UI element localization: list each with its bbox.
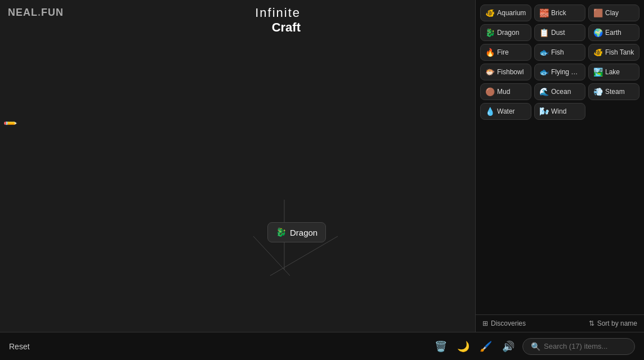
item-label-steam: Steam bbox=[605, 88, 625, 96]
volume-button[interactable]: 🔊 bbox=[500, 338, 517, 355]
item-label-earth: Earth bbox=[605, 29, 621, 37]
item-label-fishbowl: Fishbowl bbox=[497, 68, 524, 76]
items-grid: 🐠Aquarium🧱Brick🟫Clay🐉Dragon📋Dust🌍Earth🔥F… bbox=[476, 0, 644, 314]
sort-button[interactable]: ⇅ Sort by name bbox=[589, 320, 637, 327]
item-chip-fish-tank[interactable]: 🐠Fish Tank bbox=[588, 44, 639, 61]
canvas-dragon-element[interactable]: 🐉 Dragon bbox=[267, 222, 326, 242]
item-label-fire: Fire bbox=[497, 48, 509, 56]
item-label-dragon: Dragon bbox=[497, 29, 519, 37]
item-emoji-aquarium: 🐠 bbox=[485, 8, 495, 17]
item-emoji-steam: 💨 bbox=[593, 87, 603, 96]
logo-text: NEAL.FUN bbox=[8, 7, 64, 18]
sort-icon: ⇅ bbox=[589, 320, 594, 327]
item-label-mud: Mud bbox=[497, 88, 510, 96]
moon-button[interactable]: 🌙 bbox=[455, 338, 472, 355]
game-title-line2: Craft bbox=[255, 20, 301, 35]
item-chip-earth[interactable]: 🌍Earth bbox=[588, 24, 639, 41]
item-chip-water[interactable]: 💧Water bbox=[480, 103, 531, 120]
item-chip-steam[interactable]: 💨Steam bbox=[588, 83, 639, 100]
canvas-dragon-label: Dragon bbox=[290, 228, 317, 237]
item-chip-aquarium[interactable]: 🐠Aquarium bbox=[480, 4, 531, 21]
canvas-dragon-emoji: 🐉 bbox=[276, 227, 287, 237]
item-chip-ocean[interactable]: 🌊Ocean bbox=[534, 83, 585, 100]
item-emoji-fish-tank: 🐠 bbox=[593, 48, 603, 57]
discoveries-button[interactable]: ⊞ Discoveries bbox=[482, 320, 526, 327]
canvas-decoration bbox=[0, 0, 475, 332]
item-emoji-fire: 🔥 bbox=[485, 48, 495, 57]
item-emoji-earth: 🌍 bbox=[593, 28, 603, 37]
item-chip-flying-fish[interactable]: 🐟Flying Fish bbox=[534, 64, 585, 80]
item-label-clay: Clay bbox=[605, 9, 619, 17]
brush-button[interactable]: 🖌️ bbox=[477, 338, 494, 355]
bottom-bar: Reset 🗑️ 🌙 🖌️ 🔊 🔍 bbox=[0, 332, 644, 360]
trash-icon: 🗑️ bbox=[435, 340, 447, 353]
item-chip-clay[interactable]: 🟫Clay bbox=[588, 4, 639, 21]
item-emoji-ocean: 🌊 bbox=[539, 87, 549, 96]
item-emoji-dust: 📋 bbox=[539, 28, 549, 37]
bottom-icons: 🗑️ 🌙 🖌️ 🔊 🔍 bbox=[432, 338, 635, 355]
item-label-lake: Lake bbox=[605, 68, 620, 76]
sort-label: Sort by name bbox=[597, 320, 637, 327]
brush-icon: 🖌️ bbox=[480, 340, 492, 353]
item-chip-brick[interactable]: 🧱Brick bbox=[534, 4, 585, 21]
reset-button[interactable]: Reset bbox=[9, 342, 30, 351]
main-area: NEAL.FUN Infinite Craft ✏️ 🐉 Dragon 🐠Aqu… bbox=[0, 0, 644, 332]
logo: NEAL.FUN bbox=[8, 7, 64, 19]
search-bar[interactable]: 🔍 bbox=[522, 338, 635, 355]
item-emoji-fishbowl: 🐡 bbox=[485, 68, 495, 76]
pencil-icon: ✏️ bbox=[2, 116, 18, 132]
search-input[interactable] bbox=[544, 342, 627, 350]
item-label-wind: Wind bbox=[551, 107, 566, 115]
discoveries-label: Discoveries bbox=[491, 320, 526, 327]
item-chip-lake[interactable]: 🏞️Lake bbox=[588, 64, 639, 80]
canvas-area: NEAL.FUN Infinite Craft ✏️ 🐉 Dragon bbox=[0, 0, 475, 332]
trash-button[interactable]: 🗑️ bbox=[432, 338, 449, 355]
sidebar: 🐠Aquarium🧱Brick🟫Clay🐉Dragon📋Dust🌍Earth🔥F… bbox=[475, 0, 644, 332]
item-label-dust: Dust bbox=[551, 29, 565, 37]
item-chip-wind[interactable]: 🌬️Wind bbox=[534, 103, 585, 120]
item-label-flying-fish: Flying Fish bbox=[551, 68, 580, 76]
item-emoji-fish: 🐟 bbox=[539, 48, 549, 57]
game-title-line1: Infinite bbox=[255, 6, 301, 20]
discoveries-icon: ⊞ bbox=[482, 320, 488, 327]
item-emoji-clay: 🟫 bbox=[593, 8, 603, 17]
item-chip-fire[interactable]: 🔥Fire bbox=[480, 44, 531, 61]
item-chip-dragon[interactable]: 🐉Dragon bbox=[480, 24, 531, 41]
item-label-fish: Fish bbox=[551, 48, 564, 56]
item-emoji-brick: 🧱 bbox=[539, 8, 549, 17]
item-emoji-mud: 🟤 bbox=[485, 87, 495, 96]
item-label-water: Water bbox=[497, 107, 515, 115]
item-label-aquarium: Aquarium bbox=[497, 9, 526, 17]
item-emoji-wind: 🌬️ bbox=[539, 107, 549, 116]
game-title: Infinite Craft bbox=[255, 6, 301, 35]
item-emoji-water: 💧 bbox=[485, 107, 495, 116]
item-emoji-dragon: 🐉 bbox=[485, 28, 495, 37]
moon-icon: 🌙 bbox=[457, 340, 469, 353]
volume-icon: 🔊 bbox=[502, 340, 515, 353]
item-chip-fish[interactable]: 🐟Fish bbox=[534, 44, 585, 61]
item-label-ocean: Ocean bbox=[551, 88, 571, 96]
item-emoji-lake: 🏞️ bbox=[593, 68, 603, 76]
item-label-brick: Brick bbox=[551, 9, 566, 17]
item-chip-mud[interactable]: 🟤Mud bbox=[480, 83, 531, 100]
item-chip-dust[interactable]: 📋Dust bbox=[534, 24, 585, 41]
item-chip-fishbowl[interactable]: 🐡Fishbowl bbox=[480, 64, 531, 80]
item-label-fish-tank: Fish Tank bbox=[605, 48, 634, 56]
sidebar-footer: ⊞ Discoveries ⇅ Sort by name bbox=[476, 314, 644, 332]
item-emoji-flying-fish: 🐟 bbox=[539, 68, 549, 76]
search-icon: 🔍 bbox=[531, 342, 540, 351]
